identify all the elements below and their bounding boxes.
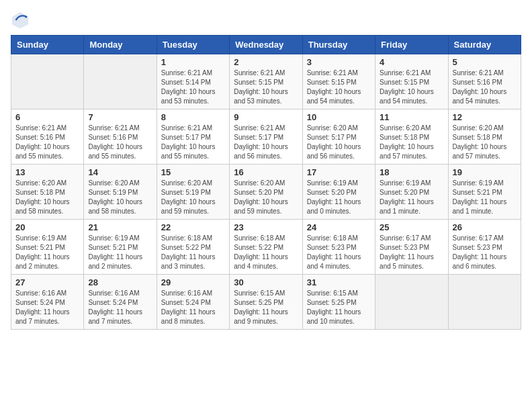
day-info: Sunrise: 6:16 AM Sunset: 5:24 PM Dayligh…	[161, 289, 225, 326]
day-info: Sunrise: 6:21 AM Sunset: 5:16 PM Dayligh…	[453, 68, 517, 106]
calendar-week-row: 6Sunrise: 6:21 AM Sunset: 5:16 PM Daylig…	[11, 109, 521, 165]
day-info: Sunrise: 6:15 AM Sunset: 5:25 PM Dayligh…	[234, 289, 298, 326]
calendar-cell: 28Sunrise: 6:16 AM Sunset: 5:24 PM Dayli…	[84, 275, 157, 330]
day-info: Sunrise: 6:19 AM Sunset: 5:21 PM Dayligh…	[15, 234, 79, 271]
calendar-cell: 14Sunrise: 6:20 AM Sunset: 5:19 PM Dayli…	[84, 165, 157, 220]
calendar-cell: 17Sunrise: 6:19 AM Sunset: 5:20 PM Dayli…	[302, 165, 375, 220]
day-info: Sunrise: 6:21 AM Sunset: 5:17 PM Dayligh…	[161, 124, 225, 161]
weekday-header-friday: Friday	[375, 36, 448, 54]
day-info: Sunrise: 6:19 AM Sunset: 5:20 PM Dayligh…	[307, 179, 371, 216]
calendar-cell: 13Sunrise: 6:20 AM Sunset: 5:18 PM Dayli…	[11, 165, 84, 220]
day-info: Sunrise: 6:20 AM Sunset: 5:20 PM Dayligh…	[234, 179, 298, 216]
day-number: 30	[234, 277, 298, 287]
calendar-week-row: 27Sunrise: 6:16 AM Sunset: 5:24 PM Dayli…	[11, 275, 521, 330]
calendar-cell: 2Sunrise: 6:21 AM Sunset: 5:15 PM Daylig…	[230, 54, 302, 109]
day-number: 8	[161, 112, 225, 122]
day-info: Sunrise: 6:20 AM Sunset: 5:19 PM Dayligh…	[88, 179, 152, 216]
calendar-table: SundayMondayTuesdayWednesdayThursdayFrid…	[11, 35, 521, 330]
day-info: Sunrise: 6:21 AM Sunset: 5:15 PM Dayligh…	[307, 68, 371, 106]
calendar-week-row: 20Sunrise: 6:19 AM Sunset: 5:21 PM Dayli…	[11, 220, 521, 275]
day-number: 4	[380, 57, 443, 67]
day-number: 11	[380, 112, 443, 122]
day-info: Sunrise: 6:21 AM Sunset: 5:14 PM Dayligh…	[161, 68, 225, 106]
day-number: 9	[234, 112, 298, 122]
day-info: Sunrise: 6:16 AM Sunset: 5:24 PM Dayligh…	[88, 289, 152, 326]
calendar-cell: 18Sunrise: 6:19 AM Sunset: 5:20 PM Dayli…	[375, 165, 448, 220]
day-number: 28	[88, 277, 152, 287]
calendar-week-row: 13Sunrise: 6:20 AM Sunset: 5:18 PM Dayli…	[11, 165, 521, 220]
day-info: Sunrise: 6:19 AM Sunset: 5:21 PM Dayligh…	[453, 179, 517, 216]
calendar-cell: 9Sunrise: 6:21 AM Sunset: 5:17 PM Daylig…	[230, 109, 302, 165]
day-info: Sunrise: 6:20 AM Sunset: 5:17 PM Dayligh…	[307, 124, 371, 161]
calendar-cell: 31Sunrise: 6:15 AM Sunset: 5:25 PM Dayli…	[302, 275, 375, 330]
day-number: 17	[307, 167, 371, 177]
logo	[11, 11, 32, 30]
weekday-header-row: SundayMondayTuesdayWednesdayThursdayFrid…	[11, 36, 521, 54]
calendar-cell	[375, 275, 448, 330]
calendar-cell: 22Sunrise: 6:18 AM Sunset: 5:22 PM Dayli…	[157, 220, 229, 275]
day-info: Sunrise: 6:20 AM Sunset: 5:19 PM Dayligh…	[161, 179, 225, 216]
calendar-cell: 8Sunrise: 6:21 AM Sunset: 5:17 PM Daylig…	[157, 109, 229, 165]
day-info: Sunrise: 6:19 AM Sunset: 5:20 PM Dayligh…	[380, 179, 443, 216]
day-info: Sunrise: 6:20 AM Sunset: 5:18 PM Dayligh…	[380, 124, 443, 161]
day-info: Sunrise: 6:19 AM Sunset: 5:21 PM Dayligh…	[88, 234, 152, 271]
day-info: Sunrise: 6:21 AM Sunset: 5:17 PM Dayligh…	[234, 124, 298, 161]
day-info: Sunrise: 6:21 AM Sunset: 5:15 PM Dayligh…	[234, 68, 298, 106]
calendar-cell: 4Sunrise: 6:21 AM Sunset: 5:15 PM Daylig…	[375, 54, 448, 109]
logo-icon	[11, 11, 30, 30]
svg-marker-0	[12, 12, 28, 28]
calendar-cell	[11, 54, 84, 109]
day-number: 31	[307, 277, 371, 287]
calendar-cell: 5Sunrise: 6:21 AM Sunset: 5:16 PM Daylig…	[448, 54, 521, 109]
day-number: 22	[161, 222, 225, 232]
page-header	[11, 11, 521, 30]
weekday-header-saturday: Saturday	[448, 36, 521, 54]
day-number: 5	[453, 57, 517, 67]
day-info: Sunrise: 6:15 AM Sunset: 5:25 PM Dayligh…	[307, 289, 371, 326]
calendar-cell: 3Sunrise: 6:21 AM Sunset: 5:15 PM Daylig…	[302, 54, 375, 109]
calendar-cell: 10Sunrise: 6:20 AM Sunset: 5:17 PM Dayli…	[302, 109, 375, 165]
day-info: Sunrise: 6:18 AM Sunset: 5:22 PM Dayligh…	[161, 234, 225, 271]
weekday-header-tuesday: Tuesday	[157, 36, 229, 54]
calendar-cell: 19Sunrise: 6:19 AM Sunset: 5:21 PM Dayli…	[448, 165, 521, 220]
calendar-cell: 6Sunrise: 6:21 AM Sunset: 5:16 PM Daylig…	[11, 109, 84, 165]
day-number: 21	[88, 222, 152, 232]
day-number: 13	[15, 167, 79, 177]
calendar-cell: 15Sunrise: 6:20 AM Sunset: 5:19 PM Dayli…	[157, 165, 229, 220]
day-number: 25	[380, 222, 443, 232]
day-number: 26	[453, 222, 517, 232]
day-info: Sunrise: 6:21 AM Sunset: 5:16 PM Dayligh…	[88, 124, 152, 161]
calendar-week-row: 1Sunrise: 6:21 AM Sunset: 5:14 PM Daylig…	[11, 54, 521, 109]
calendar-cell	[448, 275, 521, 330]
day-number: 20	[15, 222, 79, 232]
day-number: 27	[15, 277, 79, 287]
day-info: Sunrise: 6:21 AM Sunset: 5:15 PM Dayligh…	[380, 68, 443, 106]
day-number: 18	[380, 167, 443, 177]
weekday-header-monday: Monday	[84, 36, 157, 54]
day-info: Sunrise: 6:20 AM Sunset: 5:18 PM Dayligh…	[453, 124, 517, 161]
day-number: 23	[234, 222, 298, 232]
day-number: 2	[234, 57, 298, 67]
calendar-cell: 30Sunrise: 6:15 AM Sunset: 5:25 PM Dayli…	[230, 275, 302, 330]
day-number: 19	[453, 167, 517, 177]
day-info: Sunrise: 6:17 AM Sunset: 5:23 PM Dayligh…	[453, 234, 517, 271]
day-number: 29	[161, 277, 225, 287]
day-number: 10	[307, 112, 371, 122]
calendar-cell: 25Sunrise: 6:17 AM Sunset: 5:23 PM Dayli…	[375, 220, 448, 275]
day-info: Sunrise: 6:21 AM Sunset: 5:16 PM Dayligh…	[15, 124, 79, 161]
day-info: Sunrise: 6:20 AM Sunset: 5:18 PM Dayligh…	[15, 179, 79, 216]
day-number: 12	[453, 112, 517, 122]
calendar-cell: 12Sunrise: 6:20 AM Sunset: 5:18 PM Dayli…	[448, 109, 521, 165]
calendar-cell: 1Sunrise: 6:21 AM Sunset: 5:14 PM Daylig…	[157, 54, 229, 109]
day-info: Sunrise: 6:16 AM Sunset: 5:24 PM Dayligh…	[15, 289, 79, 326]
weekday-header-wednesday: Wednesday	[230, 36, 302, 54]
calendar-cell: 27Sunrise: 6:16 AM Sunset: 5:24 PM Dayli…	[11, 275, 84, 330]
calendar-cell: 24Sunrise: 6:18 AM Sunset: 5:23 PM Dayli…	[302, 220, 375, 275]
day-info: Sunrise: 6:18 AM Sunset: 5:22 PM Dayligh…	[234, 234, 298, 271]
day-info: Sunrise: 6:17 AM Sunset: 5:23 PM Dayligh…	[380, 234, 443, 271]
day-number: 6	[15, 112, 79, 122]
calendar-cell: 23Sunrise: 6:18 AM Sunset: 5:22 PM Dayli…	[230, 220, 302, 275]
day-number: 24	[307, 222, 371, 232]
day-number: 1	[161, 57, 225, 67]
day-number: 16	[234, 167, 298, 177]
